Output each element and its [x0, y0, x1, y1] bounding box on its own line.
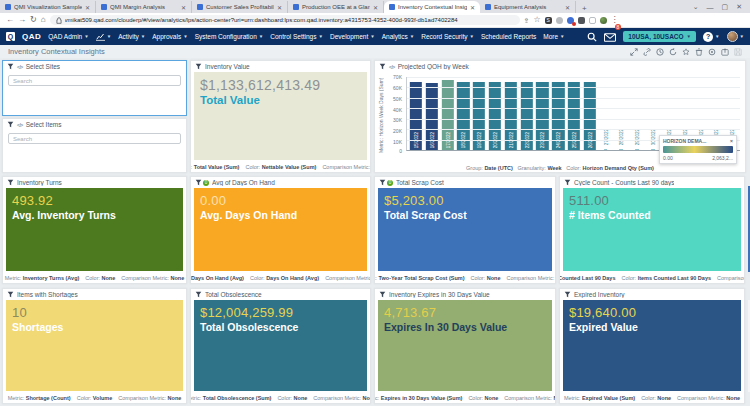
- nav-activity[interactable]: Activity▼: [118, 33, 145, 40]
- browser-tab-active[interactable]: Inventory Contextual Insights✕: [384, 1, 480, 13]
- chart-bar[interactable]: [635, 149, 639, 150]
- delete-icon[interactable]: [695, 48, 703, 56]
- y-tick-label: 30K: [393, 117, 402, 123]
- filter-icon[interactable]: [7, 121, 14, 128]
- user-avatar-button[interactable]: ▼: [727, 31, 744, 42]
- tab-close-icon[interactable]: ✕: [277, 4, 282, 11]
- code-icon[interactable]: </>: [17, 64, 23, 70]
- qad-logo-icon[interactable]: Q: [6, 32, 15, 41]
- card-title: Inventory Turns: [17, 179, 62, 186]
- chevron-down-icon: ▼: [740, 34, 744, 39]
- export-icon[interactable]: [721, 48, 729, 56]
- nav-record-security[interactable]: Record Security▼: [421, 33, 474, 40]
- filter-icon[interactable]: [564, 291, 571, 298]
- browser-tab[interactable]: Production OEE at a Glance by W✕: [288, 1, 384, 13]
- code-icon[interactable]: </>: [389, 64, 395, 70]
- bar-label: 29/2022: [635, 129, 640, 145]
- kpi-card[interactable]: 0 Avg of Days On Hand 0.00 Avg. Days On …: [190, 176, 371, 284]
- browser-menu-icon[interactable]: ⋮: [611, 16, 619, 24]
- forward-icon[interactable]: →: [18, 16, 26, 24]
- filter-icon[interactable]: [7, 291, 14, 298]
- inventory-value-card[interactable]: Inventory Value $1,133,612,413.49 Total …: [190, 60, 371, 173]
- filter-icon[interactable]: [195, 63, 202, 70]
- settings-icon[interactable]: [708, 48, 716, 56]
- chart-bar[interactable]: [651, 149, 655, 150]
- tab-close-icon[interactable]: ✕: [181, 4, 186, 11]
- extension-icon-sidebar[interactable]: [589, 17, 596, 24]
- url-bar[interactable]: vmikat509.qad.com/clouderp/#/view/analyt…: [50, 15, 520, 25]
- move-icon[interactable]: [630, 48, 638, 56]
- kpi-card[interactable]: 0 Total Scrap Cost $5,203.00 Total Scrap…: [374, 176, 556, 284]
- bookmark-star-icon[interactable]: ☆: [533, 16, 540, 24]
- extension-icon-badged[interactable]: [567, 17, 574, 24]
- back-icon[interactable]: ←: [6, 16, 14, 24]
- kpi-card[interactable]: Inventory Expires in 30 Days Value 4,713…: [374, 288, 556, 404]
- select-items-search-input[interactable]: [8, 133, 181, 144]
- chart-bar[interactable]: [620, 149, 624, 150]
- browser-tab[interactable]: QMI Visualization Samples✕: [0, 1, 96, 13]
- filter-icon[interactable]: [195, 179, 202, 186]
- filter-icon[interactable]: [7, 179, 14, 186]
- filter-icon[interactable]: [379, 63, 386, 70]
- home-icon[interactable]: ⌂: [41, 16, 46, 24]
- filter-icon[interactable]: [7, 63, 14, 70]
- legend-close-icon[interactable]: ×: [730, 138, 733, 144]
- filter-badge: 0: [203, 180, 209, 186]
- kpi-card[interactable]: Cycle Count - Counts Last 90 days 511.00…: [559, 176, 745, 284]
- search-icon[interactable]: [587, 32, 597, 42]
- filter-icon[interactable]: [564, 179, 571, 186]
- tab-close-icon[interactable]: ✕: [85, 4, 90, 11]
- window-maximize-icon[interactable]: ▢: [722, 3, 729, 11]
- nav-approvals[interactable]: Approvals▼: [152, 33, 187, 40]
- star-icon[interactable]: [682, 48, 690, 56]
- card-header: Total Obsolescence: [191, 289, 370, 300]
- browser-tab[interactable]: Equipment Analysis✕: [480, 1, 576, 13]
- history-icon[interactable]: [656, 48, 664, 56]
- help-button[interactable]: ?▼: [703, 32, 719, 42]
- extension-icon-circle[interactable]: [556, 17, 563, 24]
- nav-more[interactable]: More▼: [543, 33, 564, 40]
- kpi-body: 0.00 Avg. Days On Hand: [194, 188, 367, 271]
- kpi-card[interactable]: Expired Inventory $19,640.00 Expired Val…: [559, 288, 745, 404]
- kpi-card[interactable]: Items with Shortages 10 Shortages Metric…: [2, 288, 187, 404]
- browser-tab[interactable]: Customer Sales Profitability✕: [192, 1, 288, 13]
- chart-legend[interactable]: HORIZON DEMA...× 0.002,063,2...: [659, 135, 737, 164]
- window-minimize-icon[interactable]: —: [707, 4, 714, 11]
- nav-system-configuration[interactable]: System Configuration▼: [195, 33, 264, 40]
- tab-close-icon[interactable]: ✕: [470, 4, 475, 11]
- save-icon[interactable]: [734, 48, 742, 56]
- nav-qad-admin[interactable]: QAD Admin▼: [48, 33, 88, 40]
- refresh-dashboard-icon[interactable]: [669, 48, 677, 56]
- code-icon[interactable]: </>: [17, 122, 23, 128]
- filter-icon[interactable]: [379, 291, 386, 298]
- share-icon[interactable]: ⇪: [524, 17, 530, 24]
- card-header: Inventory Turns: [3, 177, 186, 188]
- bar-label: 30/2022: [651, 129, 656, 145]
- kpi-card[interactable]: Total Obsolescence $12,004,259.99 Total …: [190, 288, 371, 404]
- filter-icon[interactable]: [195, 291, 202, 298]
- mail-button[interactable]: 8: [604, 28, 616, 46]
- card-title: Total Scrap Cost: [396, 179, 444, 186]
- kpi-card[interactable]: Inventory Turns 493.92 Avg. Inventory Tu…: [2, 176, 187, 284]
- nav-metrics-icon[interactable]: ▼: [96, 33, 111, 41]
- select-sites-search-input[interactable]: [8, 75, 181, 86]
- profile-avatar-icon[interactable]: [600, 17, 607, 24]
- refresh-icon[interactable]: ↻: [30, 16, 37, 24]
- tab-close-icon[interactable]: ✕: [565, 4, 570, 11]
- tab-close-icon[interactable]: ✕: [373, 4, 378, 11]
- window-menu-icon[interactable]: ⌄: [693, 3, 699, 11]
- nav-scheduled-reports[interactable]: Scheduled Reports: [481, 33, 536, 40]
- window-close-icon[interactable]: ✕: [736, 3, 742, 11]
- filter-icon[interactable]: [379, 179, 386, 186]
- avatar: [727, 31, 738, 42]
- user-domain-button[interactable]: 10USA, 10USACO▼: [623, 31, 696, 42]
- nav-development[interactable]: Development▼: [330, 33, 375, 40]
- link-icon[interactable]: [643, 48, 651, 56]
- nav-analytics[interactable]: Analytics▼: [382, 33, 414, 40]
- extension-icon-dark[interactable]: [578, 17, 585, 24]
- new-tab-button[interactable]: +: [576, 4, 593, 13]
- browser-tab[interactable]: QMI Margin Analysis✕: [96, 1, 192, 13]
- extension-icon-s[interactable]: S: [545, 17, 552, 24]
- chart-bar[interactable]: [604, 149, 608, 150]
- nav-control-settings[interactable]: Control Settings▼: [270, 33, 323, 40]
